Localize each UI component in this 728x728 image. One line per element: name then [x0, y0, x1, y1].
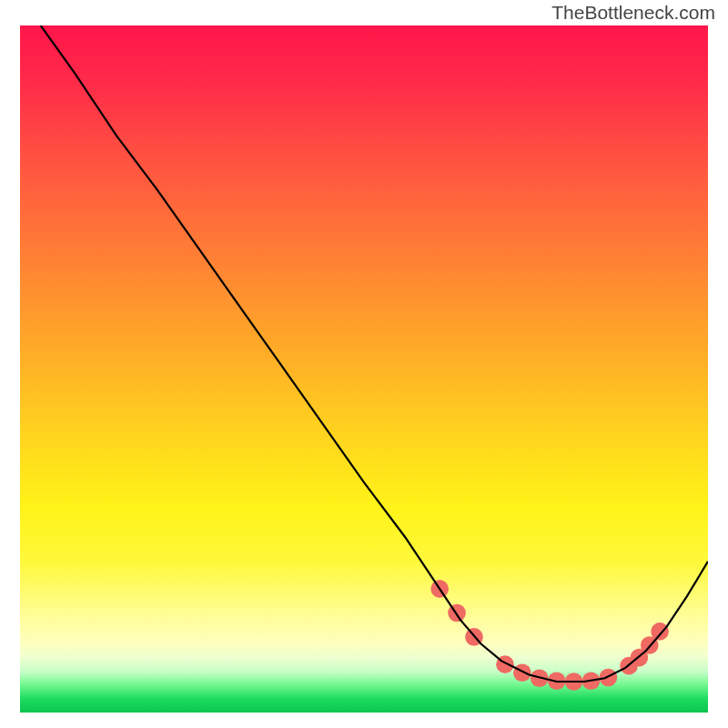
marker-group	[430, 580, 669, 691]
attribution-text: TheBottleneck.com	[551, 2, 715, 24]
chart-svg	[20, 25, 708, 713]
chart-frame: TheBottleneck.com	[0, 0, 728, 728]
main-curve	[41, 25, 708, 682]
marker-dot	[651, 622, 669, 641]
marker-dot	[513, 663, 531, 682]
